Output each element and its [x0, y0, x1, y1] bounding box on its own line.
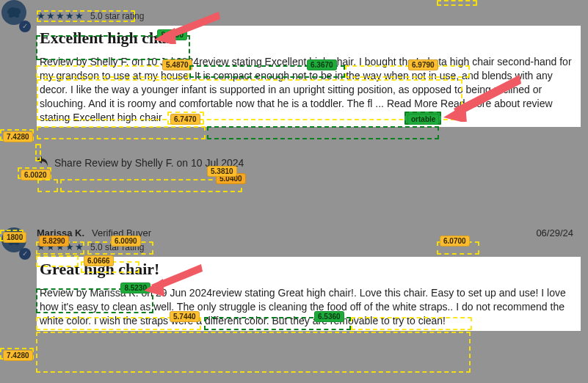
verified-check-icon: ✓: [19, 21, 31, 32]
review-by-line: Review by Shelly F. on 10 Jul 2024: [40, 56, 199, 68]
reviews-list: ✓ ★★★★★ 5.0 star rating Excellent high c…: [0, 0, 588, 338]
verified-buyer-label: Verified Buyer: [92, 227, 151, 238]
review-stating: review stating Excellent high chair: [199, 56, 353, 68]
review-title[interactable]: Excellent high chair: [40, 29, 578, 48]
stars-icon: ★★★★★: [37, 241, 84, 252]
review-by-line: Review by Marissa K. on 29 Jun 2024: [40, 287, 212, 299]
review-content: Great high chair! Review by Marissa K. o…: [37, 257, 581, 331]
review-body: Review by Shelly F. on 10 Jul 2024review…: [40, 55, 578, 124]
star-rating-text: 5.0 star rating: [90, 242, 144, 252]
review-stating: review stating Great high chair!: [212, 287, 354, 299]
ann-box: 7.4280: [0, 348, 34, 360]
review-body: Review by Marissa K. on 29 Jun 2024revie…: [40, 286, 578, 328]
share-row: Share Review by Shelly F. on 10 Jul 2024: [37, 156, 581, 169]
ann-score: 7.4280: [3, 350, 33, 361]
reviewer-name: Marissa K.: [37, 227, 84, 238]
review-header: Marissa K. Verified Buyer 06/29/24: [37, 227, 581, 238]
review-card: ✓ ★★★★★ 5.0 star rating Excellent high c…: [0, 0, 588, 176]
verified-check-icon: ✓: [19, 248, 31, 260]
review-title[interactable]: Great high chair!: [40, 260, 578, 279]
share-icon[interactable]: [37, 156, 48, 169]
avatar-wrap: ✓: [1, 227, 31, 257]
hippo-icon: [5, 233, 23, 247]
review-date: 06/29/24: [536, 227, 573, 238]
star-rating-row: ★★★★★ 5.0 star rating: [37, 10, 581, 21]
star-rating-text: 5.0 star rating: [90, 11, 144, 21]
avatar-wrap: ✓: [1, 0, 31, 29]
star-rating-row: ★★★★★ 5.0 star rating: [37, 241, 581, 252]
hippo-icon: [5, 5, 23, 20]
review-card: ✓ Marissa K. Verified Buyer 06/29/24 ★★★…: [0, 198, 588, 338]
read-more-link[interactable]: Read More: [387, 98, 438, 109]
review-content: Excellent high chair Review by Shelly F.…: [37, 26, 581, 127]
stars-icon: ★★★★★: [37, 10, 84, 21]
share-label[interactable]: Share Review by Shelly F. on 10 Jul 2024: [54, 157, 244, 169]
